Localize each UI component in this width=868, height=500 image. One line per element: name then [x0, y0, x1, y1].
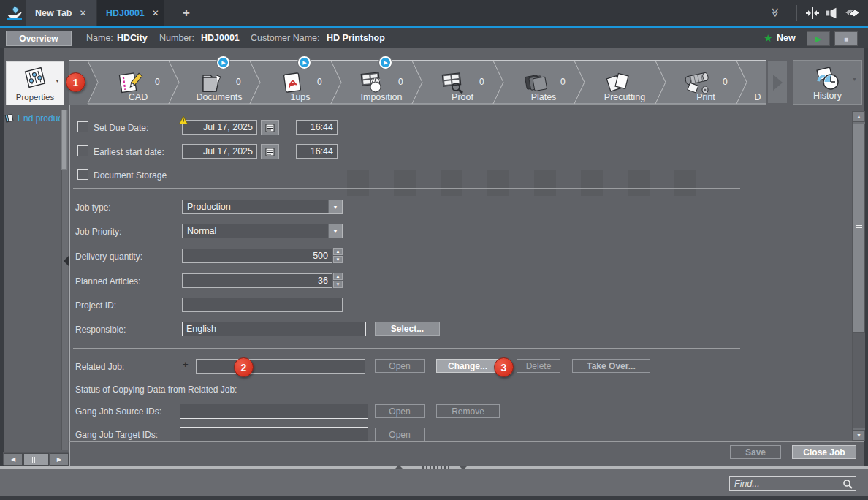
collapse-panels-icon[interactable] [805, 6, 820, 20]
divider [73, 348, 740, 349]
watermark [347, 170, 369, 196]
earliest-start-checkbox[interactable] [77, 145, 88, 156]
sidebar-horizontal-scrollbar-thumb[interactable] [23, 453, 48, 466]
delivery-quantity-spin-up[interactable]: ▲ [333, 248, 343, 255]
step-label: 1ups [264, 92, 337, 102]
step-count: 0 [317, 77, 322, 87]
project-id-input[interactable] [182, 298, 343, 312]
delivery-quantity-input[interactable] [182, 249, 332, 263]
step-play-badge-documents[interactable]: ▶ [217, 56, 229, 69]
chevron-down-icon[interactable]: ▼ [55, 78, 60, 83]
sidebar-item-end-product[interactable]: End product [4, 112, 64, 125]
chevron-down-icon[interactable]: ▼ [328, 224, 342, 238]
close-job-button[interactable]: Close Job [792, 445, 856, 459]
step-count: 0 [398, 77, 403, 87]
workflow-step-proof[interactable]: 0 Proof [422, 60, 503, 105]
sidebar-collapse-handle[interactable] [64, 256, 69, 266]
step-play-badge-1ups[interactable]: ▶ [298, 56, 311, 69]
workflow-step-precutting[interactable]: Precutting [585, 60, 666, 105]
earliest-start-date-input[interactable] [182, 144, 257, 159]
planned-articles-spin-down[interactable]: ▼ [333, 281, 343, 288]
scroll-left-button[interactable]: ◀ [4, 453, 23, 466]
gang-target-open-button[interactable]: Open [375, 428, 425, 441]
search-icon[interactable] [842, 479, 853, 489]
annotation-badge-2: 2 [234, 357, 254, 377]
copy-status-label: Status of Copying Data from Related Job: [75, 385, 237, 395]
chevron-down-icon[interactable]: ▼ [328, 200, 342, 213]
sidebar-item-properties[interactable]: ▼ Properties [6, 61, 64, 105]
save-button[interactable]: Save [730, 445, 781, 459]
tab-label: HDJ0001 [106, 8, 145, 18]
play-icon: ▶ [815, 34, 821, 44]
due-date-calendar-button[interactable] [261, 120, 279, 135]
tab-close-icon[interactable]: ✕ [79, 8, 86, 18]
document-storage-checkbox[interactable] [77, 169, 88, 180]
content-scrollbar-track[interactable] [853, 333, 865, 428]
scroll-down-button[interactable]: ▼ [853, 430, 865, 441]
workflow-history-button[interactable]: ▼ History [793, 60, 862, 105]
related-job-take-over-button[interactable]: Take Over... [572, 359, 650, 373]
layers-icon[interactable] [843, 5, 861, 21]
chevron-down-icon[interactable]: ▼ [852, 77, 857, 82]
new-tab-button[interactable]: + [183, 6, 190, 20]
delivery-quantity-label: Delivery quantity: [75, 251, 142, 262]
precutting-sheets-icon [603, 71, 632, 94]
delivery-quantity-spin-down[interactable]: ▼ [333, 256, 343, 263]
due-date-input[interactable] [182, 120, 257, 135]
overview-button[interactable]: Overview [6, 31, 72, 46]
earliest-start-time-input[interactable] [296, 144, 338, 159]
set-due-date-checkbox[interactable] [77, 121, 88, 132]
watermark [674, 170, 696, 196]
job-type-dropdown[interactable]: Production ▼ [182, 200, 343, 214]
responsible-select-button[interactable]: Select... [375, 322, 440, 336]
divider [73, 188, 740, 189]
earliest-start-calendar-button[interactable] [261, 144, 279, 159]
workflow-step-plates[interactable]: 0 Plates [503, 60, 585, 105]
related-job-input[interactable] [196, 359, 365, 374]
related-job-change-button[interactable]: Change... [436, 359, 499, 373]
find-input[interactable] [730, 477, 848, 490]
pdf-page-icon [278, 71, 308, 94]
workflow-step-delivery-clipped[interactable]: D [747, 60, 766, 105]
gang-source-input[interactable] [180, 404, 368, 419]
tab-hdj0001[interactable]: HDJ0001 ✕ [97, 0, 164, 26]
panel-view-icon[interactable] [824, 6, 840, 20]
step-play-badge-imposition[interactable]: ▶ [379, 56, 392, 69]
related-job-delete-button[interactable]: Delete [517, 359, 560, 373]
job-priority-dropdown[interactable]: Normal ▼ [182, 224, 343, 238]
stop-job-button[interactable]: ■ [834, 31, 858, 46]
earliest-start-label: Earliest start date: [94, 147, 164, 157]
splitter-grip[interactable] [422, 466, 449, 469]
planned-articles-spin-up[interactable]: ▲ [333, 273, 343, 280]
content-scrollbar-thumb[interactable] [853, 124, 865, 333]
grip [32, 457, 33, 463]
step-count: 0 [236, 77, 241, 87]
due-time-input[interactable] [296, 120, 338, 135]
planned-articles-input[interactable] [182, 273, 332, 288]
step-label: CAD [102, 92, 175, 102]
scroll-right-button[interactable]: ▶ [50, 453, 69, 466]
gang-source-open-button[interactable]: Open [375, 404, 425, 418]
responsible-input[interactable] [182, 322, 366, 336]
window-edge-bottom [0, 495, 868, 500]
scroll-up-button[interactable]: ▲ [853, 111, 865, 122]
app-logo-icon [5, 4, 24, 23]
tab-overflow-chevron-icon[interactable]: ≫ [770, 8, 780, 18]
drag-target-icon[interactable]: + [183, 359, 189, 370]
step-label: D [747, 92, 766, 102]
start-job-button[interactable]: ▶ [807, 31, 830, 46]
job-priority-label: Job Priority: [75, 227, 121, 237]
related-job-open-button[interactable]: Open [375, 359, 425, 373]
gang-source-label: Gang Job Source IDs: [75, 406, 161, 417]
tab-new-tab[interactable]: New Tab ✕ [26, 0, 96, 26]
watermark [394, 170, 416, 196]
gang-target-input[interactable] [180, 427, 368, 441]
workflow-step-print[interactable]: 0 Print [666, 60, 747, 105]
steps-scroll-next-button[interactable] [768, 61, 787, 103]
sidebar-vertical-scrollbar-thumb[interactable] [61, 110, 67, 170]
end-product-icon [4, 113, 15, 125]
calendar-icon [265, 124, 275, 132]
tab-close-icon[interactable]: ✕ [152, 8, 159, 18]
gang-source-remove-button[interactable]: Remove [436, 404, 500, 418]
workflow-step-cad[interactable]: 0 CAD [98, 60, 179, 105]
